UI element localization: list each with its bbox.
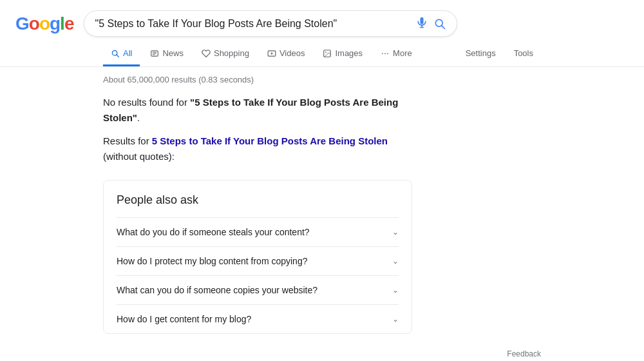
svg-point-14 bbox=[326, 52, 327, 53]
nav-videos-label: Videos bbox=[279, 48, 305, 58]
nav-item-videos[interactable]: Videos bbox=[260, 42, 313, 66]
people-also-ask-box: People also ask What do you do if someon… bbox=[103, 180, 412, 334]
nav-shopping-label: Shopping bbox=[214, 48, 249, 58]
nav-item-news[interactable]: News bbox=[142, 42, 191, 66]
paa-item-3[interactable]: What can you do if someone copies your w… bbox=[117, 275, 399, 304]
chevron-down-icon-3: ⌄ bbox=[392, 286, 399, 295]
images-nav-icon bbox=[323, 49, 332, 58]
paa-item-4[interactable]: How do I get content for my blog? ⌄ bbox=[117, 304, 399, 333]
videos-nav-icon bbox=[267, 49, 276, 58]
feedback-link[interactable]: Feedback bbox=[507, 349, 541, 358]
svg-line-4 bbox=[442, 25, 445, 28]
svg-point-17 bbox=[387, 53, 388, 54]
nav-images-label: Images bbox=[335, 48, 363, 58]
nav-news-label: News bbox=[162, 48, 184, 58]
nav-tools[interactable]: Tools bbox=[506, 42, 541, 66]
search-input[interactable] bbox=[95, 18, 410, 30]
paa-question-4: How do I get content for my blog? bbox=[117, 314, 251, 324]
nav-bar: All News Shopping Videos bbox=[0, 42, 644, 67]
results-for-message: Results for 5 Steps to Take If Your Blog… bbox=[103, 133, 412, 164]
nav-item-all[interactable]: All bbox=[103, 42, 140, 66]
results-stats: About 65,000,000 results (0.83 seconds) bbox=[0, 67, 644, 84]
no-results-message: No results found for "5 Steps to Take If… bbox=[103, 95, 412, 126]
search-button[interactable] bbox=[433, 17, 446, 30]
more-nav-icon bbox=[381, 49, 390, 58]
search-nav-icon bbox=[111, 49, 120, 58]
news-nav-icon bbox=[150, 49, 159, 58]
svg-rect-0 bbox=[421, 17, 424, 24]
shopping-nav-icon bbox=[202, 49, 211, 58]
nav-item-more[interactable]: More bbox=[373, 42, 420, 66]
chevron-down-icon-2: ⌄ bbox=[392, 257, 399, 266]
results-for-link[interactable]: 5 Steps to Take If Your Blog Posts Are B… bbox=[152, 135, 388, 146]
paa-item-2[interactable]: How do I protect my blog content from co… bbox=[117, 246, 399, 275]
chevron-down-icon-1: ⌄ bbox=[392, 228, 399, 237]
nav-all-label: All bbox=[123, 48, 132, 58]
no-results-query: "5 Steps to Take If Your Blog Posts Are … bbox=[103, 97, 398, 123]
paa-question-1: What do you do if someone steals your co… bbox=[117, 227, 310, 237]
nav-item-shopping[interactable]: Shopping bbox=[194, 42, 257, 66]
paa-question-2: How do I protect my blog content from co… bbox=[117, 256, 307, 266]
main-content: No results found for "5 Steps to Take If… bbox=[0, 84, 515, 344]
svg-point-15 bbox=[382, 53, 383, 54]
nav-settings-label: Settings bbox=[466, 48, 496, 58]
nav-more-label: More bbox=[393, 48, 412, 58]
nav-tools-label: Tools bbox=[514, 48, 533, 58]
svg-line-6 bbox=[117, 55, 118, 57]
feedback-bar: Feedback bbox=[0, 344, 644, 361]
svg-marker-12 bbox=[271, 52, 274, 55]
google-logo[interactable]: Google bbox=[15, 14, 73, 34]
paa-title: People also ask bbox=[117, 193, 399, 207]
nav-settings[interactable]: Settings bbox=[458, 42, 504, 66]
settings-tools: Settings Tools bbox=[458, 42, 541, 66]
paa-item-1[interactable]: What do you do if someone steals your co… bbox=[117, 217, 399, 246]
paa-question-3: What can you do if someone copies your w… bbox=[117, 285, 317, 295]
chevron-down-icon-4: ⌄ bbox=[392, 315, 399, 324]
search-bar bbox=[84, 10, 457, 37]
header: Google bbox=[0, 0, 644, 37]
mic-icon[interactable] bbox=[415, 16, 428, 31]
svg-point-16 bbox=[384, 53, 386, 54]
nav-item-images[interactable]: Images bbox=[315, 42, 370, 66]
